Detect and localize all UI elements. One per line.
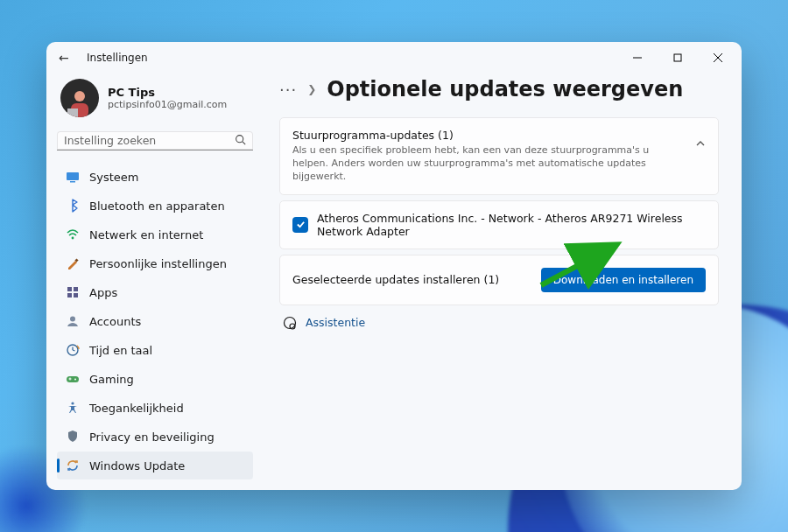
- main-content: ··· ❯ Optionele updates weergeven Stuurp…: [264, 74, 742, 490]
- svg-rect-16: [74, 293, 78, 298]
- svg-rect-1: [674, 54, 681, 61]
- account-name: PC Tips: [108, 86, 227, 99]
- breadcrumb: ··· ❯ Optionele updates weergeven: [279, 77, 719, 102]
- chevron-right-icon: ❯: [307, 83, 316, 95]
- svg-rect-21: [67, 376, 79, 382]
- sidebar-item-label: Persoonlijke instellingen: [89, 257, 227, 270]
- update-icon: [66, 458, 80, 472]
- time-icon: [66, 343, 80, 357]
- personalize-icon: [66, 256, 80, 270]
- svg-rect-24: [70, 378, 71, 381]
- sidebar-item-privacy[interactable]: Privacy en beveiliging: [57, 423, 253, 451]
- driver-updates-expander[interactable]: Stuurprogramma-updates (1) Als u een spe…: [279, 117, 719, 195]
- privacy-icon: [66, 430, 80, 444]
- sidebar-item-label: Privacy en beveiliging: [89, 430, 215, 444]
- help-link[interactable]: Assistentie: [306, 316, 365, 329]
- svg-rect-14: [74, 287, 78, 291]
- accounts-icon: [66, 314, 80, 328]
- sidebar-item-label: Apps: [89, 286, 117, 299]
- svg-rect-10: [70, 181, 75, 183]
- sidebar: PC Tips pctipsinfo01@gmail.com SysteemBl…: [46, 74, 264, 490]
- svg-point-7: [236, 135, 243, 142]
- driver-name: Atheros Communications Inc. - Network - …: [317, 212, 706, 238]
- sidebar-item-label: Bluetooth en apparaten: [89, 200, 225, 213]
- svg-point-4: [74, 91, 85, 102]
- avatar: [60, 79, 99, 117]
- network-icon: [66, 228, 80, 242]
- expander-description: Als u een specifiek probleem hebt, kan e…: [292, 144, 686, 184]
- sidebar-item-network[interactable]: Netwerk en internet: [57, 220, 253, 248]
- page-title: Optionele updates weergeven: [327, 77, 683, 102]
- help-icon: [283, 316, 297, 330]
- nav-list: SysteemBluetooth en apparatenNetwerk en …: [57, 163, 253, 480]
- account-email: pctipsinfo01@gmail.com: [108, 99, 227, 110]
- search-icon: [235, 134, 246, 148]
- sidebar-item-personalize[interactable]: Persoonlijke instellingen: [57, 249, 253, 277]
- sidebar-item-accounts[interactable]: Accounts: [57, 307, 253, 335]
- account-block[interactable]: PC Tips pctipsinfo01@gmail.com: [57, 74, 253, 131]
- svg-line-20: [73, 350, 75, 351]
- search-input[interactable]: [64, 134, 235, 147]
- sidebar-item-gaming[interactable]: Gaming: [57, 365, 253, 393]
- svg-rect-6: [67, 108, 78, 117]
- svg-point-25: [71, 402, 74, 404]
- sidebar-item-update[interactable]: Windows Update: [57, 452, 253, 480]
- install-row: Geselecteerde updates installeren (1) Do…: [279, 255, 719, 305]
- breadcrumb-more-button[interactable]: ···: [279, 80, 297, 99]
- titlebar: ← Instellingen: [46, 42, 742, 74]
- minimize-button[interactable]: [617, 42, 658, 74]
- chevron-up-icon: [695, 129, 706, 152]
- accessibility-icon: [66, 401, 80, 415]
- sidebar-item-accessibility[interactable]: Toegankelijkheid: [57, 394, 253, 422]
- gaming-icon: [66, 372, 80, 386]
- sidebar-item-apps[interactable]: Apps: [57, 278, 253, 306]
- svg-line-8: [243, 141, 245, 144]
- svg-rect-15: [67, 293, 72, 298]
- sidebar-item-label: Tijd en taal: [89, 344, 152, 357]
- maximize-button[interactable]: [658, 42, 698, 74]
- settings-window: ← Instellingen PC Tips pctipsinfo01@gmai…: [46, 42, 742, 490]
- system-icon: [66, 170, 80, 184]
- sidebar-item-bluetooth[interactable]: Bluetooth en apparaten: [57, 192, 253, 220]
- sidebar-item-system[interactable]: Systeem: [57, 163, 253, 191]
- sidebar-item-label: Windows Update: [89, 459, 185, 472]
- help-row[interactable]: Assistentie: [279, 316, 719, 330]
- sidebar-item-label: Systeem: [89, 171, 138, 184]
- driver-item[interactable]: Atheros Communications Inc. - Network - …: [279, 200, 719, 249]
- apps-icon: [66, 285, 80, 299]
- window-title: Instellingen: [87, 52, 148, 64]
- expander-title: Stuurprogramma-updates (1): [292, 129, 686, 142]
- svg-point-17: [70, 317, 75, 322]
- sidebar-item-label: Toegankelijkheid: [89, 402, 184, 415]
- sidebar-item-label: Gaming: [89, 373, 134, 386]
- sidebar-item-label: Netwerk en internet: [89, 228, 203, 242]
- driver-checkbox[interactable]: [292, 217, 308, 233]
- back-button[interactable]: ←: [59, 51, 83, 65]
- svg-rect-13: [67, 287, 72, 291]
- sidebar-item-label: Accounts: [89, 315, 141, 328]
- close-button[interactable]: [698, 42, 738, 74]
- svg-rect-9: [67, 172, 79, 180]
- bluetooth-icon: [66, 199, 80, 213]
- sidebar-item-time[interactable]: Tijd en taal: [57, 336, 253, 364]
- install-label: Geselecteerde updates installeren (1): [292, 273, 499, 286]
- svg-point-22: [74, 379, 76, 381]
- download-install-button[interactable]: Downloaden en installeren: [541, 268, 706, 292]
- svg-point-11: [72, 237, 74, 240]
- search-box[interactable]: [57, 131, 253, 150]
